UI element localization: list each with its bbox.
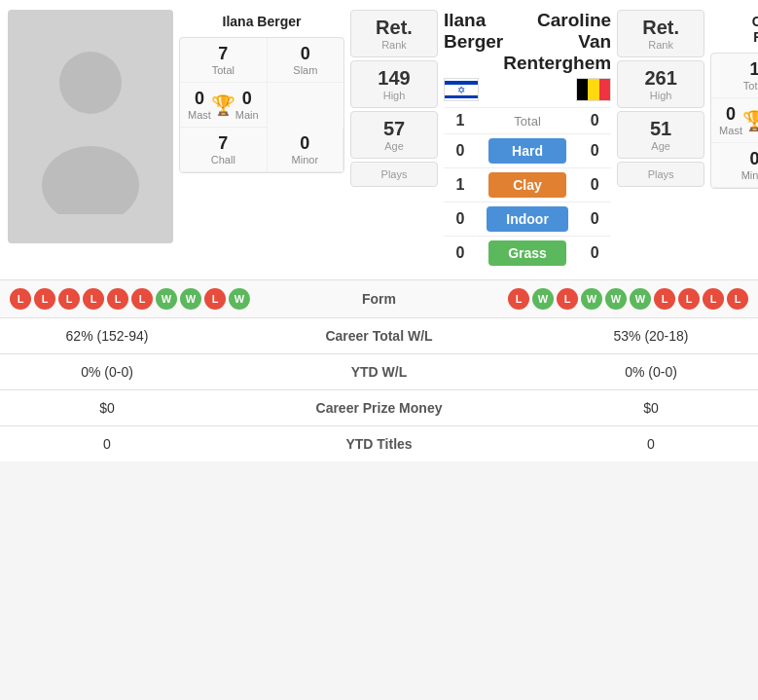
player2-mast-label: Mast xyxy=(719,125,742,136)
form-badge-l: L xyxy=(107,288,128,310)
form-badge-l: L xyxy=(204,288,226,310)
trophy-icon-1: 🏆 xyxy=(211,93,235,117)
p1-clay: 1 xyxy=(446,176,475,194)
player1-age-label: Age xyxy=(355,140,433,152)
p1-ytd-titles: 0 xyxy=(0,426,214,462)
player2-minor-cell: 0 Minor xyxy=(711,143,758,188)
player2-side-panel: Ret. Rank 261 High 51 Age Plays xyxy=(617,10,704,187)
form-badge-l: L xyxy=(10,288,31,310)
main-container: Ilana Berger 7 Total 0 Slam 0 Mast xyxy=(0,0,758,461)
p2-grass: 0 xyxy=(580,244,609,262)
be-yellow xyxy=(588,79,598,100)
player1-flag: ✡ xyxy=(444,78,479,101)
hard-button[interactable]: Hard xyxy=(488,138,566,164)
clay-row: 1 Clay 0 xyxy=(444,167,611,202)
career-wl-label: Career Total W/L xyxy=(214,318,544,354)
player1-photo xyxy=(8,10,173,243)
form-badge-w: W xyxy=(156,288,177,310)
player2-rank-box: Ret. Rank xyxy=(617,10,704,57)
player2-age-val: 51 xyxy=(622,118,700,140)
player1-rank-label: Rank xyxy=(355,39,433,51)
p2-hard: 0 xyxy=(580,142,609,160)
player2-minor-val: 0 xyxy=(719,149,758,169)
p2-prize: $0 xyxy=(544,390,758,426)
player1-minor-label: Minor xyxy=(275,154,335,166)
player1-total-val: 7 xyxy=(188,44,259,64)
player2-form-badges: LWLWWWLLLL xyxy=(508,288,748,310)
indoor-row: 0 Indoor 0 xyxy=(444,202,611,236)
stats-table: 62% (152-94) Career Total W/L 53% (20-18… xyxy=(0,317,758,461)
form-badge-l: L xyxy=(678,288,700,310)
indoor-button[interactable]: Indoor xyxy=(487,206,568,232)
form-badge-w: W xyxy=(605,288,627,310)
player1-age-val: 57 xyxy=(355,118,433,140)
player2-high-label: High xyxy=(622,90,700,101)
total-center: Total xyxy=(475,114,580,129)
player2-rank-val: Ret. xyxy=(622,17,700,39)
player1-stats-grid: 7 Total 0 Slam 0 Mast 🏆 0 xyxy=(179,37,344,173)
player2-mast-cell: 0 Mast 🏆 0 Main xyxy=(711,98,758,143)
ytd-wl-label: YTD W/L xyxy=(214,354,544,390)
form-badge-l: L xyxy=(508,288,529,310)
player2-age-label: Age xyxy=(622,140,700,152)
ytd-titles-row: 0 YTD Titles 0 xyxy=(0,426,758,462)
svg-point-0 xyxy=(59,52,122,114)
form-badge-w: W xyxy=(532,288,554,310)
ytd-titles-label: YTD Titles xyxy=(214,426,544,462)
player2-mast-val: 0 xyxy=(719,104,742,125)
player2-stats-grid: 1 Total 0 Slam 0 Mast 🏆 0 xyxy=(710,53,758,189)
clay-button[interactable]: Clay xyxy=(488,172,566,198)
p2-clay: 0 xyxy=(580,176,609,194)
grass-button[interactable]: Grass xyxy=(488,240,566,266)
player2-high-val: 261 xyxy=(622,67,700,90)
grass-row: 0 Grass 0 xyxy=(444,236,611,270)
form-badge-w: W xyxy=(581,288,602,310)
player2-minor-label: Minor xyxy=(719,169,758,181)
p2-ytd-wl: 0% (0-0) xyxy=(544,354,758,390)
player1-main-val: 0 xyxy=(235,89,259,109)
player1-minor-cell: 0 Minor xyxy=(268,128,343,172)
player1-minor-val: 0 xyxy=(275,133,335,154)
hard-row: 0 Hard 0 xyxy=(444,133,611,167)
player1-total-label: Total xyxy=(188,64,259,76)
indoor-center: Indoor xyxy=(475,206,580,232)
player1-high-box: 149 High xyxy=(350,60,438,108)
career-wl-row: 62% (152-94) Career Total W/L 53% (20-18… xyxy=(0,318,758,354)
p1-total: 1 xyxy=(446,112,475,129)
flags-row: ✡ xyxy=(444,78,611,101)
be-red xyxy=(599,79,610,100)
form-badge-l: L xyxy=(654,288,675,310)
form-badge-w: W xyxy=(630,288,651,310)
player2-rank-label: Rank xyxy=(622,39,700,51)
be-black xyxy=(577,79,588,100)
player1-chall-val: 7 xyxy=(188,133,259,154)
player2-high-box: 261 High xyxy=(617,60,704,108)
p2-name-header: Caroline Van Renterghem xyxy=(503,10,611,74)
player2-age-box: 51 Age xyxy=(617,111,704,159)
form-badge-l: L xyxy=(83,288,104,310)
player2-name-label: Caroline Van Renterghem xyxy=(710,10,758,49)
p1-name-header: Ilana Berger xyxy=(444,10,503,53)
player1-high-label: High xyxy=(355,90,433,101)
player1-age-box: 57 Age xyxy=(350,111,438,159)
player1-chall-cell: 7 Chall xyxy=(180,128,268,172)
player1-rank-val: Ret. xyxy=(355,17,433,39)
form-label: Form xyxy=(256,291,502,307)
player1-mast-val: 0 xyxy=(188,89,211,109)
player1-slam-label: Slam xyxy=(275,64,336,76)
p1-grass: 0 xyxy=(446,244,475,262)
player2-flag xyxy=(576,78,611,101)
player1-slam-cell: 0 Slam xyxy=(268,38,343,83)
player1-plays-box: Plays xyxy=(350,162,438,187)
form-badge-l: L xyxy=(58,288,80,310)
player1-name-label: Ilana Berger xyxy=(179,10,344,33)
form-badge-l: L xyxy=(34,288,55,310)
top-section: Ilana Berger 7 Total 0 Slam 0 Mast xyxy=(0,0,758,279)
ytd-wl-row: 0% (0-0) YTD W/L 0% (0-0) xyxy=(0,354,758,390)
il-stripe-bottom xyxy=(445,95,478,99)
player1-plays-label: Plays xyxy=(355,168,433,180)
p1-ytd-wl: 0% (0-0) xyxy=(0,354,214,390)
player1-mast-cell: 0 Mast 🏆 0 Main xyxy=(180,83,268,128)
p2-indoor: 0 xyxy=(580,210,609,228)
center-column: Ilana Berger Caroline Van Renterghem ✡ xyxy=(444,10,611,270)
